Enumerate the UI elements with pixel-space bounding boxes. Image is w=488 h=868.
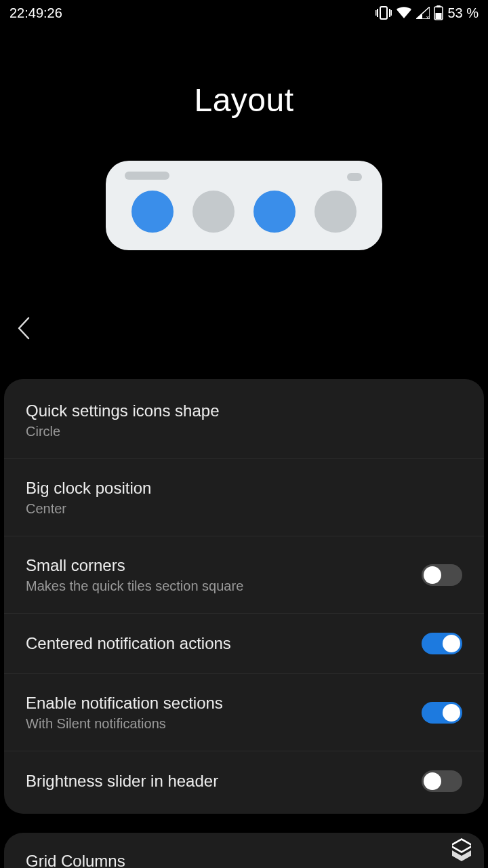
battery-icon <box>434 5 443 20</box>
toggle-brightness-header[interactable] <box>422 770 462 792</box>
row-brightness-header[interactable]: Brightness slider in header <box>4 751 484 814</box>
row-title: Big clock position <box>26 478 462 498</box>
row-notif-sections[interactable]: Enable notification sections With Silent… <box>4 674 484 751</box>
preview-pill <box>347 173 362 181</box>
vibrate-icon <box>375 6 392 20</box>
status-right: x 53 % <box>375 5 479 21</box>
row-centered-actions[interactable]: Centered notification actions <box>4 614 484 674</box>
row-small-corners[interactable]: Small corners Makes the quick tiles sect… <box>4 536 484 614</box>
wifi-icon <box>396 7 412 19</box>
row-big-clock[interactable]: Big clock position Center <box>4 459 484 536</box>
svg-text:x: x <box>426 14 429 19</box>
status-time: 22:49:26 <box>9 5 62 21</box>
svg-rect-4 <box>436 13 442 19</box>
row-title: Centered notification actions <box>26 633 422 654</box>
preview-tile-3 <box>253 191 296 233</box>
preview-tile-4 <box>314 191 357 233</box>
header: Layout <box>0 26 488 250</box>
row-title: Grid Columns <box>26 852 462 868</box>
battery-percent: 53 % <box>447 5 479 21</box>
toggle-notif-sections[interactable] <box>422 702 462 724</box>
preview-bar <box>125 172 169 180</box>
svg-rect-0 <box>380 7 387 19</box>
row-sub: With Silent notifications <box>26 716 422 732</box>
row-qs-icon-shape[interactable]: Quick settings icons shape Circle <box>4 382 484 459</box>
row-sub: Center <box>26 501 462 517</box>
row-title: Brightness slider in header <box>26 771 422 791</box>
app-logo-icon <box>447 835 476 864</box>
row-sub: Makes the quick tiles section square <box>26 578 422 594</box>
toggle-small-corners[interactable] <box>422 564 462 586</box>
toggle-centered-actions[interactable] <box>422 633 462 654</box>
settings-card-2: Grid Columns Sets the number of columns <box>4 833 484 868</box>
svg-rect-3 <box>436 5 441 7</box>
signal-icon: x <box>416 7 430 19</box>
row-title: Enable notification sections <box>26 693 422 713</box>
row-title: Small corners <box>26 555 422 576</box>
page-title: Layout <box>194 81 293 119</box>
back-icon[interactable] <box>15 315 34 341</box>
status-bar: 22:49:26 x 53 % <box>0 0 488 26</box>
preview-tile-2 <box>192 191 235 233</box>
row-title: Quick settings icons shape <box>26 401 462 421</box>
preview-tile-1 <box>131 191 174 233</box>
settings-card: Quick settings icons shape Circle Big cl… <box>4 379 484 814</box>
row-sub: Circle <box>26 424 462 439</box>
layout-preview <box>106 161 382 250</box>
